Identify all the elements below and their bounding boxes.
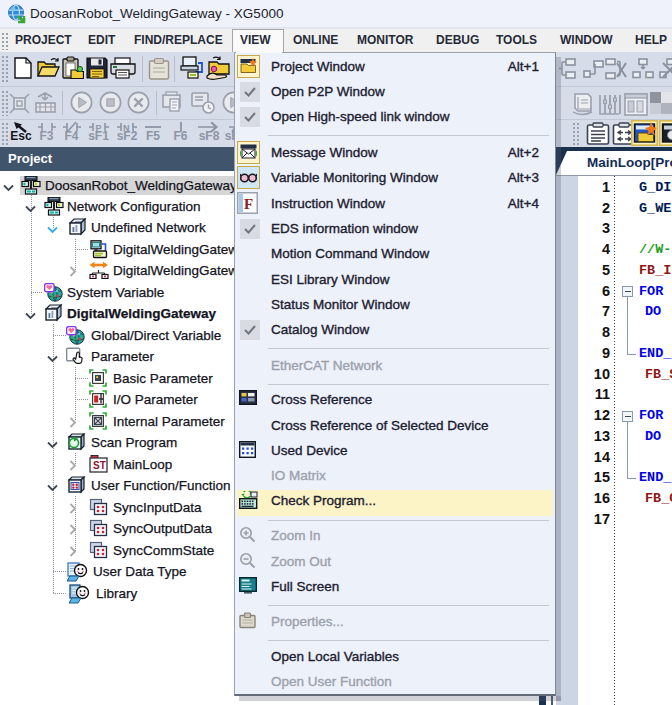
- svg-text:ST: ST: [93, 460, 106, 471]
- svg-text:ooo: ooo: [51, 305, 58, 310]
- svg-text:F: F: [244, 196, 253, 212]
- svg-text:ooo: ooo: [75, 219, 82, 224]
